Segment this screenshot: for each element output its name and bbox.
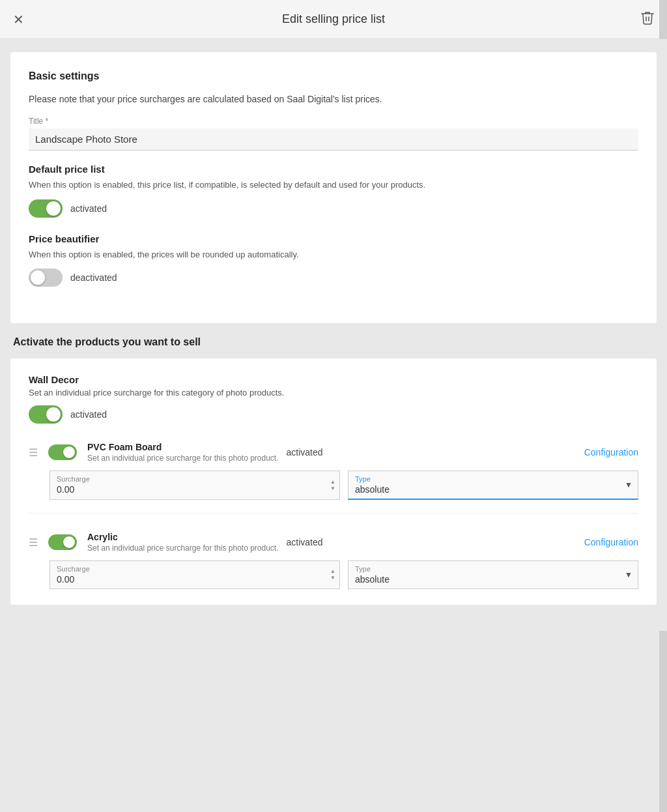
pvc-type-value: absolute bbox=[348, 483, 638, 499]
default-price-list-title: Default price list bbox=[29, 164, 638, 175]
pvc-toggle[interactable] bbox=[48, 444, 77, 460]
default-price-list-section: Default price list When this option is e… bbox=[29, 164, 638, 218]
title-label: Title * bbox=[29, 117, 638, 126]
pvc-info: PVC Foam Board Set an individual price s… bbox=[87, 442, 279, 463]
pvc-type-dropdown-icon[interactable]: ▼ bbox=[625, 480, 632, 489]
wall-decor-title: Wall Decor bbox=[29, 374, 638, 385]
acrylic-type-value: absolute bbox=[348, 573, 638, 588]
price-beautifier-toggle-row: deactivated bbox=[29, 268, 638, 287]
acrylic-section: ☰ Acrylic Set an individual price surcha… bbox=[29, 527, 638, 589]
pvc-toggle-knob bbox=[63, 446, 75, 458]
pvc-desc: Set an individual price surcharge for th… bbox=[87, 454, 279, 463]
pvc-arrow-down[interactable]: ▼ bbox=[330, 486, 335, 491]
default-price-list-toggle-label: activated bbox=[70, 203, 107, 214]
acrylic-title: Acrylic bbox=[87, 532, 279, 542]
acrylic-toggle[interactable] bbox=[48, 534, 77, 550]
pvc-surcharge-row: Surcharge 0.00 ▲ ▼ Type absolute ▼ bbox=[50, 471, 638, 500]
acrylic-type-label: Type bbox=[348, 561, 638, 573]
pvc-foam-board-section: ☰ PVC Foam Board Set an individual price… bbox=[29, 437, 638, 500]
drag-handle-pvc[interactable]: ☰ bbox=[29, 446, 38, 459]
price-beautifier-toggle-label: deactivated bbox=[70, 272, 117, 283]
wall-decor-desc: Set an individual price surcharge for th… bbox=[29, 388, 638, 398]
pvc-foam-board-header: ☰ PVC Foam Board Set an individual price… bbox=[29, 442, 638, 463]
pvc-config-link[interactable]: Configuration bbox=[584, 447, 638, 457]
acrylic-surcharge-row: Surcharge 0.00 ▲ ▼ Type absolute ▼ bbox=[50, 560, 638, 589]
pvc-surcharge-arrows[interactable]: ▲ ▼ bbox=[330, 480, 335, 491]
acrylic-surcharge-arrows[interactable]: ▲ ▼ bbox=[330, 569, 335, 581]
price-beautifier-desc: When this option is enabled, the prices … bbox=[29, 248, 638, 261]
acrylic-type-field[interactable]: Type absolute ▼ bbox=[348, 560, 638, 589]
price-beautifier-toggle[interactable] bbox=[29, 268, 63, 287]
acrylic-surcharge-label: Surcharge bbox=[50, 561, 339, 573]
acrylic-desc: Set an individual price surcharge for th… bbox=[87, 544, 279, 553]
pvc-type-field[interactable]: Type absolute ▼ bbox=[348, 471, 638, 500]
acrylic-toggle-label: activated bbox=[287, 537, 323, 547]
basic-settings-info: Please note that your price surcharges a… bbox=[29, 93, 638, 106]
wall-decor-card: Wall Decor Set an individual price surch… bbox=[10, 358, 657, 605]
wall-decor-toggle-label: activated bbox=[70, 409, 107, 420]
pvc-surcharge-label: Surcharge bbox=[50, 471, 339, 483]
pvc-left: ☰ PVC Foam Board Set an individual price… bbox=[29, 442, 323, 463]
toggle-knob-beautifier bbox=[31, 270, 45, 285]
acrylic-surcharge-value: 0.00 bbox=[50, 573, 339, 588]
page-title: Edit selling price list bbox=[282, 12, 385, 26]
price-beautifier-title: Price beautifier bbox=[29, 233, 638, 244]
main-content: Basic settings Please note that your pri… bbox=[0, 39, 667, 631]
price-beautifier-section: Price beautifier When this option is ena… bbox=[29, 233, 638, 287]
toggle-knob bbox=[46, 201, 61, 216]
close-button[interactable]: ✕ bbox=[13, 13, 24, 26]
default-price-list-toggle-row: activated bbox=[29, 199, 638, 218]
acrylic-type-dropdown-icon[interactable]: ▼ bbox=[625, 570, 632, 579]
delete-button[interactable] bbox=[641, 10, 654, 28]
activate-section-heading: Activate the products you want to sell bbox=[10, 336, 657, 348]
title-input-group: Title * bbox=[29, 117, 638, 151]
default-price-list-toggle[interactable] bbox=[29, 199, 63, 218]
divider bbox=[29, 513, 638, 514]
wall-decor-toggle-knob bbox=[46, 407, 61, 422]
basic-settings-card: Basic settings Please note that your pri… bbox=[10, 52, 657, 323]
default-price-list-desc: When this option is enabled, this price … bbox=[29, 179, 638, 192]
title-input[interactable] bbox=[29, 128, 638, 151]
acrylic-info: Acrylic Set an individual price surcharg… bbox=[87, 532, 279, 553]
header: ✕ Edit selling price list bbox=[0, 0, 667, 39]
acrylic-toggle-knob bbox=[63, 536, 75, 548]
pvc-arrow-up[interactable]: ▲ bbox=[330, 480, 335, 485]
acrylic-arrow-down[interactable]: ▼ bbox=[330, 575, 335, 581]
wall-decor-toggle[interactable] bbox=[29, 405, 63, 424]
acrylic-arrow-up[interactable]: ▲ bbox=[330, 569, 335, 574]
pvc-surcharge-value: 0.00 bbox=[50, 483, 339, 499]
pvc-title: PVC Foam Board bbox=[87, 442, 279, 452]
drag-handle-acrylic[interactable]: ☰ bbox=[29, 536, 38, 549]
pvc-surcharge-field[interactable]: Surcharge 0.00 ▲ ▼ bbox=[50, 471, 340, 500]
pvc-toggle-label: activated bbox=[287, 447, 323, 457]
acrylic-surcharge-field[interactable]: Surcharge 0.00 ▲ ▼ bbox=[50, 560, 340, 589]
basic-settings-heading: Basic settings bbox=[29, 70, 638, 82]
acrylic-left: ☰ Acrylic Set an individual price surcha… bbox=[29, 532, 323, 553]
pvc-type-label: Type bbox=[348, 471, 638, 483]
acrylic-header: ☰ Acrylic Set an individual price surcha… bbox=[29, 532, 638, 553]
acrylic-config-link[interactable]: Configuration bbox=[584, 537, 638, 547]
wall-decor-toggle-row: activated bbox=[29, 405, 638, 424]
